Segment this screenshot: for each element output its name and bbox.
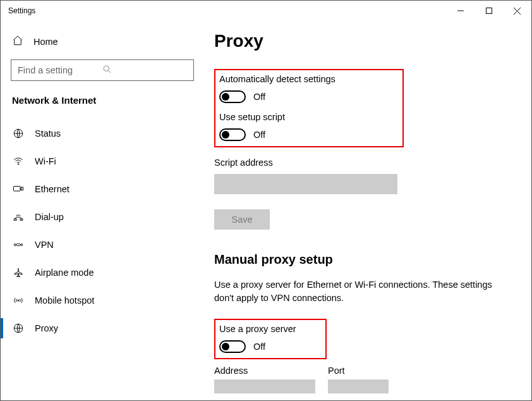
- proxy-icon: [12, 323, 25, 334]
- sidebar-item-label: Wi-Fi: [35, 156, 56, 166]
- sidebar-item-label: Dial-up: [35, 212, 64, 222]
- svg-rect-9: [21, 187, 23, 190]
- sidebar-item-label: Proxy: [35, 323, 58, 333]
- svg-rect-8: [14, 187, 21, 192]
- dialup-icon: [12, 211, 25, 223]
- sidebar-item-label: Status: [35, 128, 61, 139]
- auto-detect-state: Off: [253, 92, 265, 102]
- sidebar-item-label: VPN: [35, 240, 54, 250]
- svg-point-14: [18, 215, 19, 216]
- search-icon: [102, 65, 187, 76]
- sidebar: Home Find a setting Network & Internet S…: [1, 21, 196, 400]
- sidebar-item-airplane[interactable]: Airplane mode: [9, 259, 193, 287]
- maximize-button[interactable]: [475, 1, 503, 21]
- svg-point-7: [18, 164, 19, 165]
- sidebar-item-proxy[interactable]: Proxy: [9, 314, 193, 342]
- minimize-button[interactable]: [446, 1, 475, 21]
- svg-point-16: [14, 244, 16, 246]
- window-title: Settings: [8, 6, 35, 15]
- svg-point-15: [20, 215, 20, 216]
- port-input: [328, 379, 389, 393]
- svg-point-18: [18, 300, 19, 301]
- sidebar-item-ethernet[interactable]: Ethernet: [9, 175, 193, 203]
- home-icon: [12, 35, 23, 48]
- wifi-icon: [12, 156, 25, 167]
- manual-proxy-desc: Use a proxy server for Ethernet or Wi-Fi…: [214, 278, 511, 305]
- svg-point-13: [16, 215, 17, 216]
- airplane-icon: [12, 267, 25, 278]
- status-icon: [12, 128, 25, 139]
- setup-script-toggle[interactable]: [219, 128, 246, 141]
- settings-window: Settings Home Find a setting: [0, 0, 532, 401]
- sidebar-item-label: Airplane mode: [35, 268, 94, 278]
- setup-script-state: Off: [253, 130, 265, 140]
- vpn-icon: [12, 239, 25, 250]
- auto-detect-label: Automatically detect settings: [219, 74, 336, 84]
- script-address-input: [214, 174, 397, 194]
- use-proxy-label: Use a proxy server: [219, 324, 296, 334]
- sidebar-item-label: Mobile hotspot: [35, 295, 94, 305]
- svg-rect-1: [486, 8, 492, 14]
- save-button: Save: [214, 209, 270, 230]
- setup-script-label: Use setup script: [219, 112, 336, 122]
- sidebar-item-hotspot[interactable]: Mobile hotspot: [9, 287, 193, 314]
- content: Proxy Automatically detect settings Off …: [196, 21, 531, 400]
- address-label: Address: [214, 366, 315, 376]
- sidebar-item-status[interactable]: Status: [9, 120, 193, 147]
- manual-proxy-title: Manual proxy setup: [214, 252, 514, 267]
- use-proxy-highlight: Use a proxy server Off: [214, 319, 327, 359]
- svg-line-5: [108, 70, 111, 73]
- sidebar-item-vpn[interactable]: VPN: [9, 231, 193, 259]
- svg-rect-12: [20, 219, 23, 220]
- hotspot-icon: [12, 295, 25, 306]
- home-label: Home: [33, 37, 58, 47]
- ethernet-icon: [12, 183, 25, 195]
- auto-proxy-highlight: Automatically detect settings Off Use se…: [214, 69, 404, 147]
- svg-point-4: [104, 66, 109, 71]
- sidebar-item-wifi[interactable]: Wi-Fi: [9, 147, 193, 175]
- use-proxy-toggle[interactable]: [219, 340, 246, 353]
- page-title: Proxy: [214, 31, 514, 51]
- search-input[interactable]: Find a setting: [11, 59, 194, 81]
- sidebar-nav: Status Wi-Fi Ethernet Dial-up VPN: [9, 120, 193, 342]
- script-address-label: Script address: [214, 157, 514, 168]
- close-button[interactable]: [503, 1, 531, 21]
- sidebar-item-label: Ethernet: [35, 184, 70, 194]
- home-link[interactable]: Home: [9, 27, 193, 58]
- svg-rect-11: [14, 219, 16, 220]
- titlebar: Settings: [1, 1, 531, 21]
- address-input: [214, 379, 315, 393]
- sidebar-category: Network & Internet: [9, 95, 193, 118]
- search-placeholder: Find a setting: [18, 65, 102, 75]
- sidebar-item-dialup[interactable]: Dial-up: [9, 203, 193, 231]
- svg-point-17: [21, 244, 23, 246]
- port-label: Port: [328, 366, 389, 376]
- auto-detect-toggle[interactable]: [219, 90, 246, 103]
- use-proxy-state: Off: [253, 342, 265, 352]
